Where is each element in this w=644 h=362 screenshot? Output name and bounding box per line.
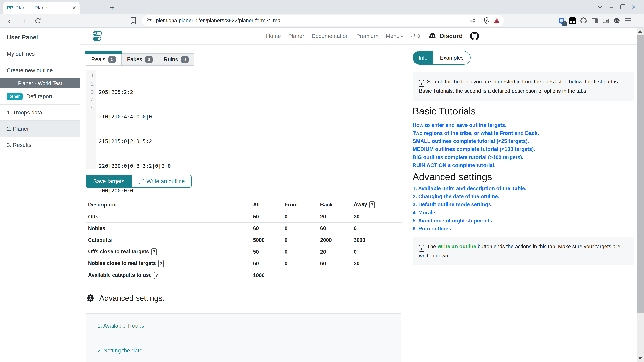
info-note-text: Search for the topic you are interested … <box>419 79 618 94</box>
advanced-link[interactable]: 4. Morale. <box>412 209 634 217</box>
page-scrollbar[interactable] <box>637 28 644 362</box>
tutorial-link[interactable]: SMALL outlines complete tutorial (<25 ta… <box>412 137 634 145</box>
brave-shield-icon[interactable] <box>484 17 490 24</box>
advanced-link[interactable]: 2. Changing the date of the otuline. <box>412 193 634 201</box>
cell: 60 <box>318 258 351 270</box>
editor-line[interactable]: 210|210:4:4|0|0|0 <box>99 113 401 121</box>
tab-fakes-label: Fakes <box>127 56 142 63</box>
notifications-bell[interactable]: 0 <box>410 33 420 39</box>
minimize-button[interactable]: – <box>608 4 615 10</box>
advanced-link[interactable]: 6. Ruin outlines. <box>412 225 634 233</box>
privacy-shield-extension-icon[interactable]: 4 <box>558 17 566 25</box>
help-panel: Info Examples iSearch for the topic you … <box>406 44 637 362</box>
editor-line[interactable]: 205|205:2:2 <box>99 88 401 96</box>
url-text[interactable]: plemiona-planer.pl/en/planer/23922/plane… <box>156 17 466 24</box>
nav-link-planer[interactable]: Planer <box>288 33 304 39</box>
reload-button[interactable] <box>33 16 42 25</box>
tutorial-link[interactable]: RUIN ACTION a complete tutorial. <box>412 161 634 169</box>
site-favicon: PP <box>7 5 13 10</box>
browser-tab[interactable]: PP Planer - Planer ✕ <box>3 2 80 14</box>
tab-info[interactable]: Info <box>413 51 433 64</box>
advanced-link[interactable]: 5. Avoidance of night shipments. <box>412 217 634 225</box>
targets-editor[interactable]: 1 2 3 4 5 205|205:2:2 210|210:4:4|0|0|0 … <box>86 69 401 169</box>
tab-examples[interactable]: Examples <box>433 51 470 64</box>
nav-link-premium[interactable]: Premium <box>356 33 378 39</box>
tab-reals[interactable]: Reals 5 <box>86 53 122 65</box>
scroll-down-arrow[interactable] <box>638 357 642 360</box>
tune-icon[interactable] <box>146 17 152 24</box>
tab-reals-label: Reals <box>91 56 105 63</box>
nav-link-home[interactable]: Home <box>266 33 281 39</box>
discord-link[interactable]: Discord <box>428 32 463 40</box>
advanced-settings-title: Advanced settings <box>412 171 634 182</box>
table-row: Offs 50 0 20 30 <box>86 211 402 223</box>
editor-line[interactable]: 200|200:0:0 <box>99 187 401 195</box>
sidebar-item-deff-raport[interactable]: other Deff raport <box>0 88 80 105</box>
tutorial-link[interactable]: MEDIUM outlines complete tutorial (<100 … <box>412 145 634 153</box>
accordion-available-troops-label[interactable]: 1. Available Troops <box>98 323 144 329</box>
tab-close-icon[interactable]: ✕ <box>72 5 76 11</box>
site-logo-toggles-icon[interactable] <box>93 31 102 41</box>
sidebar-item-results[interactable]: 3. Results <box>0 137 80 153</box>
tab-fakes[interactable]: Fakes 0 <box>121 53 158 65</box>
table-row: Catapults 5000 0 2000 3000 <box>86 234 402 246</box>
tutorial-link[interactable]: BIG outlines complete tutorial (>100 tar… <box>412 153 634 161</box>
save-targets-button[interactable]: Save targets <box>86 175 132 188</box>
row-label: Nobles <box>86 223 251 234</box>
extensions-puzzle-icon[interactable] <box>580 17 588 25</box>
sidebar-item-create-new-outline[interactable]: Create new outline <box>0 62 80 78</box>
accordion-available-troops[interactable]: 1. Available Troops <box>86 313 401 338</box>
sidebar-outline-header: Planer - World Test <box>0 78 80 88</box>
dark-reader-extension-icon[interactable] <box>568 17 576 25</box>
window-close-button[interactable]: ✕ <box>630 4 637 10</box>
advanced-link[interactable]: 3. Default outline mode settings. <box>412 201 634 209</box>
discord-label: Discord <box>440 32 463 39</box>
tab-search-icon[interactable] <box>596 4 604 10</box>
url-bar[interactable]: plemiona-planer.pl/en/planer/23922/plane… <box>142 15 504 26</box>
help-icon[interactable]: ? <box>370 201 375 208</box>
help-icon[interactable]: ? <box>158 260 164 267</box>
back-button[interactable]: ‹ <box>5 16 14 25</box>
browser-menu-icon[interactable] <box>624 17 632 25</box>
help-icon[interactable]: ? <box>154 272 160 279</box>
forward-button[interactable]: › <box>20 16 29 25</box>
advanced-link[interactable]: 1. Available units and description of th… <box>412 185 634 193</box>
sidebar-item-troops-data[interactable]: 1. Troops data <box>0 105 80 121</box>
bell-icon <box>410 33 416 39</box>
empty-cell <box>282 270 402 281</box>
editor-line[interactable]: 215|215:0|2|3|5:2 <box>99 137 401 145</box>
editor-line[interactable]: 220|220:0|0|3|3:2|0|2|0 <box>99 162 401 170</box>
scroll-up-arrow[interactable] <box>638 30 642 33</box>
other-badge: other <box>7 93 23 100</box>
accordion-setting-the-date-label[interactable]: 2. Setting the date <box>98 348 142 354</box>
help-icon[interactable]: ? <box>152 248 157 255</box>
write-an-outline-button[interactable]: Write an outline <box>132 175 192 188</box>
accordion-setting-the-date[interactable]: 2. Setting the date <box>86 338 401 362</box>
row-label: Available catapults to use? <box>86 270 251 281</box>
scrollbar-thumb[interactable] <box>637 35 644 313</box>
chevron-down-icon: ▾ <box>401 34 403 39</box>
brave-vpn-globe-icon[interactable] <box>613 17 621 25</box>
editor-content[interactable]: 205|205:2:2 210|210:4:4|0|0|0 215|215:0|… <box>96 70 401 169</box>
github-link[interactable] <box>470 31 479 40</box>
sidebar-toggle-icon[interactable] <box>591 17 599 25</box>
restore-button[interactable] <box>618 4 626 10</box>
new-tab-button[interactable]: + <box>110 3 114 12</box>
brave-rewards-icon[interactable] <box>494 17 500 24</box>
bookmark-icon[interactable] <box>130 17 136 24</box>
wallet-icon[interactable] <box>602 17 610 25</box>
tutorial-link[interactable]: How to enter and save outline targets. <box>412 121 634 129</box>
col-away-label: Away <box>354 201 367 207</box>
cell: 0 <box>282 211 318 223</box>
info-icon: i <box>419 245 424 252</box>
nav-link-documentation[interactable]: Documentation <box>312 33 349 39</box>
tab-ruins[interactable]: Ruins 0 <box>158 53 194 65</box>
sidebar-item-my-outlines[interactable]: My outlines <box>0 46 80 62</box>
tutorial-link[interactable]: Two regions of the tribe, or what is Fro… <box>412 129 634 137</box>
sidebar: User Panel My outlines Create new outlin… <box>0 28 80 362</box>
sidebar-item-planer[interactable]: 2. Planer <box>0 121 80 137</box>
cell: 5000 <box>251 234 282 246</box>
cell: 30 <box>351 258 402 270</box>
nav-menu-dropdown[interactable]: Menu▾ <box>386 33 403 39</box>
share-icon[interactable] <box>470 17 476 24</box>
